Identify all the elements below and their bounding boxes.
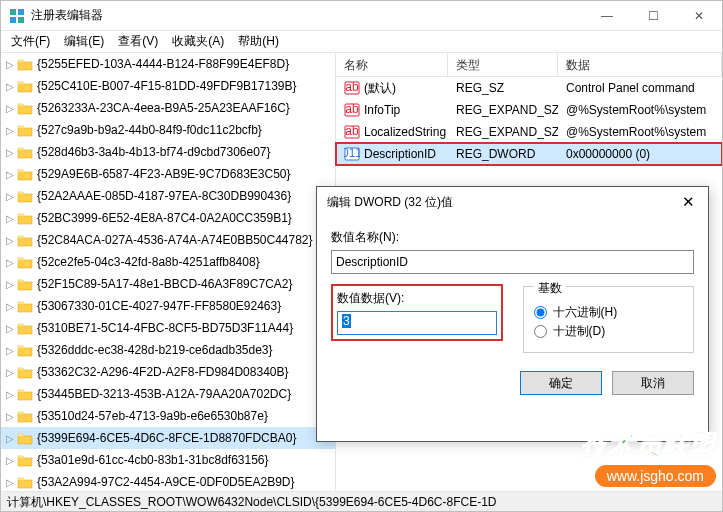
expand-icon[interactable]: ▷ bbox=[3, 257, 17, 268]
svg-rect-1 bbox=[18, 9, 24, 15]
value-type: REG_EXPAND_SZ bbox=[448, 103, 558, 117]
value-data: @%SystemRoot%\system bbox=[558, 103, 722, 117]
tree-item-label: {52C84ACA-027A-4536-A74A-A74E0BB50C44782… bbox=[37, 233, 313, 247]
expand-icon[interactable]: ▷ bbox=[3, 235, 17, 246]
value-name: DescriptionID bbox=[364, 147, 436, 161]
ok-button[interactable]: 确定 bbox=[520, 371, 602, 395]
dialog-titlebar: 编辑 DWORD (32 位)值 ✕ bbox=[317, 187, 708, 217]
col-type[interactable]: 类型 bbox=[448, 53, 558, 76]
list-row[interactable]: 011DescriptionIDREG_DWORD0x00000000 (0) bbox=[336, 143, 722, 165]
radio-dec-input[interactable] bbox=[534, 325, 547, 338]
expand-icon[interactable]: ▷ bbox=[3, 345, 17, 356]
tree-item[interactable]: ▷{53A2A994-97C2-4454-A9CE-0DF0D5EA2B9D} bbox=[1, 471, 335, 491]
expand-icon[interactable]: ▷ bbox=[3, 103, 17, 114]
value-data: @%SystemRoot%\system bbox=[558, 125, 722, 139]
menu-file[interactable]: 文件(F) bbox=[5, 31, 56, 52]
expand-icon[interactable]: ▷ bbox=[3, 81, 17, 92]
radio-hex[interactable]: 十六进制(H) bbox=[534, 304, 684, 321]
tree-item-label: {53445BED-3213-453B-A12A-79AA20A702DC} bbox=[37, 387, 291, 401]
expand-icon[interactable]: ▷ bbox=[3, 169, 17, 180]
window-title: 注册表编辑器 bbox=[31, 7, 584, 24]
expand-icon[interactable]: ▷ bbox=[3, 323, 17, 334]
tree-item[interactable]: ▷{529A9E6B-6587-4F23-AB9E-9C7D683E3C50} bbox=[1, 163, 335, 185]
expand-icon[interactable]: ▷ bbox=[3, 59, 17, 70]
tree-item-label: {52F15C89-5A17-48e1-BBCD-46A3F89C7CA2} bbox=[37, 277, 293, 291]
base-legend: 基数 bbox=[534, 280, 566, 297]
tree-item-label: {52BC3999-6E52-4E8A-87C4-0A2A0CC359B1} bbox=[37, 211, 292, 225]
radio-hex-input[interactable] bbox=[534, 306, 547, 319]
expand-icon[interactable]: ▷ bbox=[3, 191, 17, 202]
close-button[interactable]: ✕ bbox=[676, 1, 722, 31]
minimize-button[interactable]: — bbox=[584, 1, 630, 31]
expand-icon[interactable]: ▷ bbox=[3, 301, 17, 312]
menu-view[interactable]: 查看(V) bbox=[112, 31, 164, 52]
tree-item-label: {528d46b3-3a4b-4b13-bf74-d9cbd7306e07} bbox=[37, 145, 271, 159]
tree-item-label: {53A2A994-97C2-4454-A9CE-0DF0D5EA2B9D} bbox=[37, 475, 295, 489]
menu-help[interactable]: 帮助(H) bbox=[232, 31, 285, 52]
maximize-button[interactable]: ☐ bbox=[630, 1, 676, 31]
dialog-title: 编辑 DWORD (32 位)值 bbox=[327, 194, 668, 211]
col-data[interactable]: 数据 bbox=[558, 53, 722, 76]
tree-item[interactable]: ▷{53510d24-57eb-4713-9a9b-e6e6530b87e} bbox=[1, 405, 335, 427]
tree-item[interactable]: ▷{5263233A-23CA-4eea-B9A5-25A23EAAF16C} bbox=[1, 97, 335, 119]
tree-item-label: {5326dddc-ec38-428d-b219-ce6dadb35de3} bbox=[37, 343, 273, 357]
titlebar: 注册表编辑器 — ☐ ✕ bbox=[1, 1, 722, 31]
tree-item-label: {53510d24-57eb-4713-9a9b-e6e6530b87e} bbox=[37, 409, 268, 423]
tree-item[interactable]: ▷{5310BE71-5C14-4FBC-8CF5-BD75D3F11A44} bbox=[1, 317, 335, 339]
tree-item-label: {53a01e9d-61cc-4cb0-83b1-31bc8df63156} bbox=[37, 453, 269, 467]
tree-item[interactable]: ▷{53362C32-A296-4F2D-A2F8-FD984D08340B} bbox=[1, 361, 335, 383]
expand-icon[interactable]: ▷ bbox=[3, 279, 17, 290]
tree-item-label: {529A9E6B-6587-4F23-AB9E-9C7D683E3C50} bbox=[37, 167, 291, 181]
tree-item[interactable]: ▷{53445BED-3213-453B-A12A-79AA20A702DC} bbox=[1, 383, 335, 405]
tree-item[interactable]: ▷{525C410E-B007-4F15-81DD-49FDF9B17139B} bbox=[1, 75, 335, 97]
tree-item[interactable]: ▷{527c9a9b-b9a2-44b0-84f9-f0dc11c2bcfb} bbox=[1, 119, 335, 141]
tree-item[interactable]: ▷{5326dddc-ec38-428d-b219-ce6dadb35de3} bbox=[1, 339, 335, 361]
tree-item[interactable]: ▷{52A2AAAE-085D-4187-97EA-8C30DB990436} bbox=[1, 185, 335, 207]
list-header: 名称 类型 数据 bbox=[336, 53, 722, 77]
expand-icon[interactable]: ▷ bbox=[3, 455, 17, 466]
svg-text:ab: ab bbox=[345, 80, 359, 94]
menu-favorites[interactable]: 收藏夹(A) bbox=[166, 31, 230, 52]
value-data-input[interactable]: 3 bbox=[337, 311, 497, 335]
radio-dec[interactable]: 十进制(D) bbox=[534, 323, 684, 340]
dialog-close-button[interactable]: ✕ bbox=[668, 187, 708, 217]
tree-item[interactable]: ▷{52ce2fe5-04c3-42fd-8a8b-4251affb8408} bbox=[1, 251, 335, 273]
tree-item-label: {5255EFED-103A-4444-B124-F88F99E4EF8D} bbox=[37, 57, 289, 71]
tree-item[interactable]: ▷{53067330-01CE-4027-947F-FF8580E92463} bbox=[1, 295, 335, 317]
expand-icon[interactable]: ▷ bbox=[3, 213, 17, 224]
tree-item-label: {5399E694-6CE5-4D6C-8FCE-1D8870FDCBA0} bbox=[37, 431, 296, 445]
tree-item[interactable]: ▷{53a01e9d-61cc-4cb0-83b1-31bc8df63156} bbox=[1, 449, 335, 471]
value-type: REG_DWORD bbox=[448, 147, 558, 161]
cancel-button[interactable]: 取消 bbox=[612, 371, 694, 395]
tree-item[interactable]: ▷{5399E694-6CE5-4D6C-8FCE-1D8870FDCBA0} bbox=[1, 427, 335, 449]
list-row[interactable]: abLocalizedStringREG_EXPAND_SZ@%SystemRo… bbox=[336, 121, 722, 143]
value-data-label: 数值数据(V): bbox=[337, 290, 497, 307]
expand-icon[interactable]: ▷ bbox=[3, 411, 17, 422]
registry-tree[interactable]: ▷{5255EFED-103A-4444-B124-F88F99E4EF8D}▷… bbox=[1, 53, 336, 491]
menu-edit[interactable]: 编辑(E) bbox=[58, 31, 110, 52]
expand-icon[interactable]: ▷ bbox=[3, 477, 17, 488]
tree-item-label: {5263233A-23CA-4eea-B9A5-25A23EAAF16C} bbox=[37, 101, 290, 115]
value-name-input[interactable] bbox=[331, 250, 694, 274]
expand-icon[interactable]: ▷ bbox=[3, 389, 17, 400]
tree-item-label: {525C410E-B007-4F15-81DD-49FDF9B17139B} bbox=[37, 79, 297, 93]
value-type: REG_SZ bbox=[448, 81, 558, 95]
col-name[interactable]: 名称 bbox=[336, 53, 448, 76]
list-row[interactable]: abInfoTipREG_EXPAND_SZ@%SystemRoot%\syst… bbox=[336, 99, 722, 121]
expand-icon[interactable]: ▷ bbox=[3, 125, 17, 136]
base-fieldset: 基数 十六进制(H) 十进制(D) bbox=[523, 286, 695, 353]
tree-item[interactable]: ▷{528d46b3-3a4b-4b13-bf74-d9cbd7306e07} bbox=[1, 141, 335, 163]
expand-icon[interactable]: ▷ bbox=[3, 433, 17, 444]
svg-text:011: 011 bbox=[344, 146, 360, 160]
value-name: InfoTip bbox=[364, 103, 400, 117]
value-data-highlight: 数值数据(V): 3 bbox=[331, 284, 503, 341]
expand-icon[interactable]: ▷ bbox=[3, 147, 17, 158]
tree-item[interactable]: ▷{52BC3999-6E52-4E8A-87C4-0A2A0CC359B1} bbox=[1, 207, 335, 229]
tree-item[interactable]: ▷{5255EFED-103A-4444-B124-F88F99E4EF8D} bbox=[1, 53, 335, 75]
list-row[interactable]: ab(默认)REG_SZControl Panel command bbox=[336, 77, 722, 99]
value-name: (默认) bbox=[364, 80, 396, 97]
tree-item-label: {5310BE71-5C14-4FBC-8CF5-BD75D3F11A44} bbox=[37, 321, 293, 335]
expand-icon[interactable]: ▷ bbox=[3, 367, 17, 378]
tree-item[interactable]: ▷{52C84ACA-027A-4536-A74A-A74E0BB50C4478… bbox=[1, 229, 335, 251]
tree-item[interactable]: ▷{52F15C89-5A17-48e1-BBCD-46A3F89C7CA2} bbox=[1, 273, 335, 295]
